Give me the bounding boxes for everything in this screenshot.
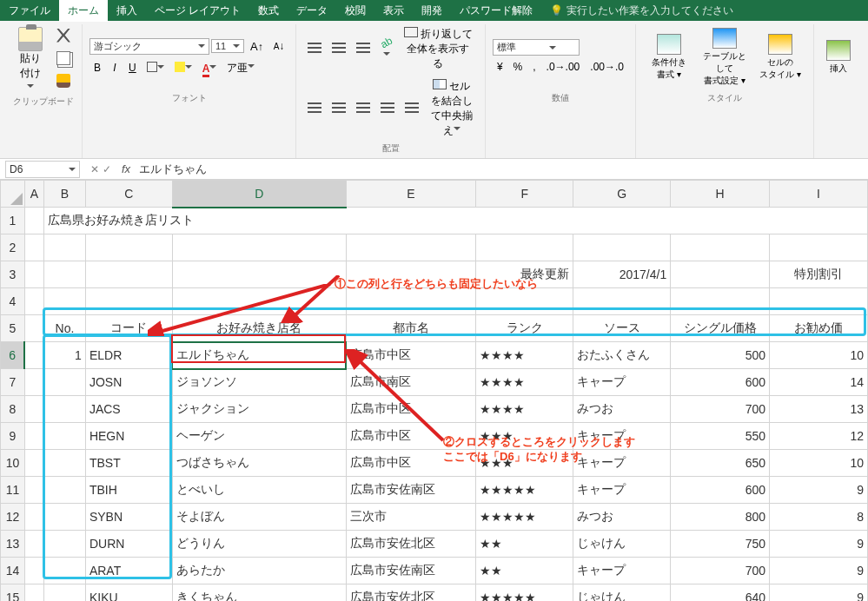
col-header-g[interactable]: G	[573, 181, 671, 208]
cell[interactable]	[476, 234, 573, 261]
cell[interactable]: ★★★★★	[476, 584, 573, 602]
tab-review[interactable]: 校閲	[336, 0, 374, 22]
increase-indent-button[interactable]	[401, 76, 423, 141]
wrap-text-button[interactable]: 折り返して全体を表示する	[399, 24, 478, 74]
cell[interactable]: ★★★★	[476, 369, 573, 396]
cell[interactable]: キャープ	[573, 477, 671, 504]
cell[interactable]: 800	[671, 504, 770, 531]
align-center-button[interactable]	[328, 76, 350, 141]
cell[interactable]: ELDR	[85, 342, 172, 369]
cell[interactable]: 600	[671, 477, 770, 504]
cell[interactable]: 600	[671, 369, 770, 396]
cell[interactable]: 最終更新	[476, 261, 573, 288]
cell[interactable]: ★★★★	[476, 396, 573, 423]
col-header-i[interactable]: I	[770, 181, 868, 208]
cell[interactable]	[43, 531, 85, 558]
row-header-5[interactable]: 5	[1, 315, 25, 342]
increase-font-button[interactable]: A↑	[246, 37, 268, 56]
cell[interactable]: シングル価格	[671, 315, 770, 342]
name-box[interactable]: D6	[5, 161, 80, 178]
cell[interactable]: 640	[671, 584, 770, 602]
cell[interactable]: No.	[43, 315, 85, 342]
row-header-15[interactable]: 15	[1, 584, 25, 602]
cell[interactable]: どうりん	[172, 531, 346, 558]
cell[interactable]: ★★★★★	[476, 504, 573, 531]
cell[interactable]: 9	[770, 477, 868, 504]
cell[interactable]: 広島市中区	[346, 342, 476, 369]
cell[interactable]	[346, 288, 476, 315]
cell[interactable]	[671, 261, 770, 288]
cell[interactable]: 700	[671, 558, 770, 584]
cell[interactable]: ジョソンソ	[172, 369, 346, 396]
cell[interactable]	[671, 234, 770, 261]
cell[interactable]: ソース	[573, 315, 671, 342]
cell[interactable]: 9	[770, 531, 868, 558]
comma-format-button[interactable]: ,	[528, 58, 540, 76]
row-header-12[interactable]: 12	[1, 504, 25, 531]
cell[interactable]: TBIH	[85, 477, 172, 504]
cell[interactable]: あらたか	[172, 558, 346, 584]
align-top-button[interactable]	[303, 24, 326, 74]
cell[interactable]: 広島市安佐北区	[346, 531, 476, 558]
cell[interactable]: 1	[43, 342, 85, 369]
cell[interactable]	[24, 584, 43, 602]
tellme-search[interactable]: 💡 実行したい作業を入力してください	[541, 0, 741, 22]
decrease-font-button[interactable]: A↓	[269, 37, 289, 55]
cell[interactable]: お好み焼き店名	[172, 315, 346, 342]
cell[interactable]	[24, 423, 43, 450]
cell[interactable]	[24, 288, 43, 315]
cell[interactable]	[24, 261, 43, 288]
font-color-button[interactable]: A	[198, 59, 222, 77]
cell[interactable]: 700	[671, 396, 770, 423]
cell[interactable]: JOSN	[85, 369, 172, 396]
orientation-button[interactable]: ab	[376, 24, 396, 74]
cell[interactable]: 広島市安佐南区	[346, 477, 476, 504]
cell[interactable]: HEGN	[85, 423, 172, 450]
cell[interactable]	[43, 584, 85, 602]
cell[interactable]	[24, 504, 43, 531]
cell[interactable]: TBST	[85, 450, 172, 477]
cell[interactable]: ARAT	[85, 558, 172, 584]
font-size-combo[interactable]: 11	[211, 39, 244, 53]
cell[interactable]	[24, 477, 43, 504]
cell[interactable]: 広島市中区	[346, 423, 476, 450]
row-header-4[interactable]: 4	[1, 288, 25, 315]
row-header-11[interactable]: 11	[1, 477, 25, 504]
row-header-14[interactable]: 14	[1, 558, 25, 584]
tab-formulas[interactable]: 数式	[249, 0, 288, 22]
number-format-combo[interactable]: 標準	[493, 39, 580, 56]
row-header-1[interactable]: 1	[1, 208, 25, 234]
align-middle-button[interactable]	[328, 24, 350, 74]
cell[interactable]: きくちゃん	[172, 584, 346, 602]
align-right-button[interactable]	[352, 76, 374, 141]
increase-decimal-button[interactable]: .0→.00	[542, 58, 585, 76]
cell[interactable]: 広島市中区	[346, 450, 476, 477]
decrease-indent-button[interactable]	[376, 76, 399, 141]
cell[interactable]	[43, 261, 85, 288]
cell-styles-button[interactable]: セルのスタイル ▾	[754, 31, 806, 83]
decrease-decimal-button[interactable]: .00→.0	[586, 58, 628, 76]
cell[interactable]	[770, 234, 868, 261]
tab-password[interactable]: パスワード解除	[451, 0, 541, 22]
cell[interactable]: キャープ	[573, 423, 671, 450]
cell[interactable]	[43, 396, 85, 423]
accounting-format-button[interactable]: ¥	[493, 58, 507, 76]
cell[interactable]: 広島市中区	[346, 396, 476, 423]
row-header-2[interactable]: 2	[1, 234, 25, 261]
cell[interactable]: キャープ	[573, 369, 671, 396]
cell[interactable]	[43, 288, 85, 315]
border-button[interactable]	[142, 59, 169, 77]
cell[interactable]: ランク	[476, 315, 573, 342]
align-left-button[interactable]	[303, 76, 326, 141]
cell[interactable]: ★★	[476, 558, 573, 584]
cell[interactable]: 13	[770, 396, 868, 423]
cell[interactable]: 広島市南区	[346, 369, 476, 396]
cell[interactable]	[24, 369, 43, 396]
merge-button[interactable]: セルを結合して中央揃え	[425, 76, 478, 141]
cell[interactable]: おたふくさん	[573, 342, 671, 369]
cell[interactable]: 750	[671, 531, 770, 558]
cell[interactable]: みつお	[573, 396, 671, 423]
cut-button[interactable]	[52, 26, 75, 48]
cell[interactable]	[573, 288, 671, 315]
cell[interactable]	[671, 288, 770, 315]
